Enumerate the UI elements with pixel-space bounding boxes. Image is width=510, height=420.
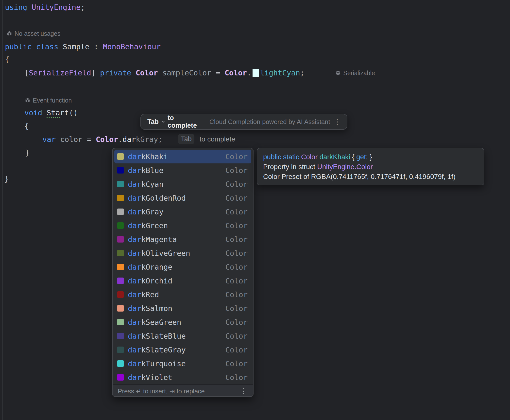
editor-left-border — [2, 0, 3, 420]
doc-token: ; } — [366, 153, 372, 161]
item-name: kKhaki — [141, 152, 168, 161]
completion-item-darkKhaki[interactable]: darkKhakiColor — [114, 150, 251, 163]
completion-item-darkCyan[interactable]: darkCyanColor — [113, 177, 253, 191]
completion-item-darkOrange[interactable]: darkOrangeColor — [113, 260, 253, 274]
item-name: kRed — [141, 290, 159, 299]
unity-icon — [25, 97, 31, 103]
item-name: kOrchid — [141, 277, 172, 285]
ai-completion-tooltip: Tab to complete Cloud Completion powered… — [140, 114, 347, 130]
color-swatch — [117, 209, 124, 215]
token-punct: } — [25, 148, 30, 157]
documentation-popup: public static Color darkKhaki { get; }Pr… — [257, 148, 484, 185]
completion-item-darkGray[interactable]: darkGrayColor — [113, 205, 253, 219]
kebab-menu-icon[interactable]: ⋮ — [333, 118, 342, 125]
match-prefix: dar — [128, 221, 141, 230]
item-name: kOliveGreen — [141, 249, 190, 258]
item-name: kSeaGreen — [141, 318, 181, 327]
code-line-8[interactable]: } — [4, 174, 9, 184]
color-swatch — [117, 153, 124, 160]
unity-annotation-no-asset-usages[interactable]: No asset usages — [6, 30, 60, 37]
item-type-label: Color — [225, 152, 248, 161]
token-typed: dar — [122, 135, 136, 144]
completion-popup: darkKhakiColordarkBlueColordarkCyanColor… — [112, 148, 254, 397]
code-line-2[interactable]: { — [5, 55, 9, 65]
token-plain: Sample — [63, 42, 94, 51]
item-name: kSalmon — [141, 304, 172, 313]
completion-item-darkTurquoise[interactable]: darkTurquoiseColor — [113, 357, 253, 370]
token-keyword: using — [5, 3, 32, 12]
token-keyword: private — [100, 69, 136, 77]
color-swatch — [117, 305, 124, 312]
token-punct: { — [5, 55, 9, 64]
token-struct: Color — [225, 69, 247, 77]
tooltip-tab-label: Tab — [147, 118, 159, 126]
inline-hint-label: to complete — [200, 135, 235, 143]
color-swatch — [117, 347, 124, 353]
item-type-label: Color — [225, 290, 248, 299]
token-punct: ; — [81, 3, 85, 12]
token-punct: = — [216, 69, 225, 77]
item-name: kGoldenRod — [141, 194, 186, 202]
unity-annotation-serializable[interactable]: Serializable — [335, 69, 375, 77]
token-type: UnityEngine — [32, 3, 81, 12]
item-type-label: Color — [225, 304, 248, 313]
doc-line-1: Property in struct UnityEngine.Color — [263, 162, 478, 172]
color-swatch — [117, 222, 124, 229]
token-struct: Color — [136, 69, 162, 77]
inline-tab-label: Tab — [181, 135, 192, 143]
completion-item-darkSlateBlue[interactable]: darkSlateBlueColor — [113, 329, 253, 343]
doc-token: UnityEngine.Color — [317, 163, 373, 171]
completion-item-darkMagenta[interactable]: darkMagentaColor — [113, 232, 253, 246]
token-punct: ; — [300, 69, 305, 77]
item-name: kOrange — [141, 263, 172, 271]
match-prefix: dar — [128, 332, 141, 340]
item-type-label: Color — [225, 373, 248, 382]
color-swatch — [117, 374, 124, 381]
token-punct: } — [4, 175, 9, 183]
code-line-1[interactable]: public class Sample : MonoBehaviour — [5, 42, 161, 52]
completion-item-darkSlateGray[interactable]: darkSlateGrayColor — [113, 343, 253, 357]
completion-item-darkSalmon[interactable]: darkSalmonColor — [113, 301, 253, 315]
item-name: kSlateGray — [141, 346, 186, 354]
code-line-6[interactable]: var color = Color.darkGray; — [42, 135, 163, 144]
chevron-down-icon[interactable] — [161, 120, 165, 123]
annotation-label: Serializable — [343, 69, 375, 77]
completion-item-darkOliveGreen[interactable]: darkOliveGreenColor — [113, 246, 253, 260]
code-line-3[interactable]: [SerializeField] private Color sampleCol… — [24, 68, 305, 78]
token-punct: [ — [24, 69, 29, 77]
match-prefix: dar — [128, 359, 141, 368]
completion-footer-hint: Press ↵ to insert, ⇥ to replace — [118, 387, 205, 395]
item-type-label: Color — [225, 249, 248, 258]
completion-item-darkGreen[interactable]: darkGreenColor — [113, 219, 253, 232]
token-enum_member: lightCyan — [260, 69, 300, 77]
code-line-4[interactable]: void Start() — [24, 108, 78, 118]
completion-item-darkBlue[interactable]: darkBlueColor — [113, 163, 253, 177]
match-prefix: dar — [128, 263, 141, 271]
item-type-label: Color — [225, 235, 248, 244]
match-prefix: dar — [128, 166, 141, 175]
completion-item-darkOrchid[interactable]: darkOrchidColor — [113, 274, 253, 288]
color-swatch — [117, 333, 124, 339]
completion-item-darkSeaGreen[interactable]: darkSeaGreenColor — [113, 315, 253, 329]
unity-annotation-event-function[interactable]: Event function — [25, 97, 72, 104]
inline-tab-badge: Tab — [178, 134, 194, 144]
completion-item-darkViolet[interactable]: darkVioletColor — [113, 370, 253, 384]
code-line-0[interactable]: using UnityEngine; — [5, 2, 85, 12]
item-type-label: Color — [225, 277, 248, 285]
code-line-7[interactable]: } — [25, 148, 30, 158]
completion-item-darkRed[interactable]: darkRedColor — [113, 288, 253, 301]
item-name: kTurquoise — [141, 359, 186, 368]
indent-guide — [24, 132, 24, 158]
color-swatch — [117, 167, 124, 174]
completion-footer: Press ↵ to insert, ⇥ to replace ⋮ — [113, 384, 253, 397]
doc-line-2: Color Preset of RGBA(0.7411765f, 0.71764… — [263, 172, 478, 182]
item-type-label: Color — [225, 208, 248, 216]
token-ghost: kGray; — [136, 135, 162, 144]
completion-item-darkGoldenRod[interactable]: darkGoldenRodColor — [113, 191, 253, 205]
match-prefix: dar — [128, 249, 141, 258]
unity-icon — [6, 31, 12, 36]
kebab-menu-icon[interactable]: ⋮ — [239, 387, 248, 395]
color-swatch — [117, 264, 124, 270]
code-line-5[interactable]: { — [24, 121, 29, 131]
token-struct: Color — [96, 135, 118, 144]
